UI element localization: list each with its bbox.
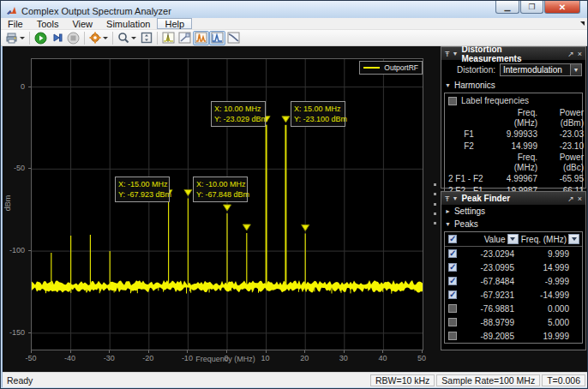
cursor-y-value: Y: -67.848 dBm [196, 189, 244, 200]
cursor-y-value: Y: -23.029 dBm [214, 114, 262, 124]
panel-splitter-handle[interactable] [432, 183, 437, 224]
data-cursor-minus10[interactable]: X: -10.00 MHz Y: -67.848 dBm [193, 177, 248, 202]
close-panel-icon[interactable]: × [578, 194, 582, 203]
distortion-type-select[interactable]: Intermodulation ▼ [500, 63, 582, 76]
step-forward-button[interactable] [49, 31, 65, 45]
peak-checkbox[interactable] [448, 304, 457, 313]
row-2f1f2-freq: 4.99967 [491, 173, 539, 185]
data-cursor-plus10[interactable]: X: 10.00 MHz Y: -23.029 dBm [211, 101, 266, 127]
label-frequencies-label: Label frequencies [461, 96, 529, 105]
title-bar[interactable]: Complex Output Spectrum Analyzer ▁ ❐ ✕ [1, 1, 587, 18]
fit-to-view-button[interactable] [138, 31, 154, 45]
close-panel-icon[interactable]: × [578, 50, 582, 58]
peak-checkbox[interactable] [448, 290, 457, 299]
peak-row: -76.98810.000 [445, 302, 582, 315]
x-tick-label: -30 [96, 354, 122, 362]
menu-tools[interactable]: Tools [30, 18, 66, 29]
x-tick-label: 10 [253, 354, 279, 362]
minimize-button[interactable]: ▁ [495, 1, 519, 14]
status-bar: Ready RBW=10 kHz Sample Rate=100 MHz T=0… [3, 372, 587, 387]
collapse-icon[interactable]: ▼ [453, 195, 459, 201]
export-button[interactable] [4, 31, 27, 45]
printer-icon [6, 33, 18, 44]
harmonics-box: Label frequencies Freq. (MHz) Power (dBm… [444, 93, 583, 200]
select-all-checkbox[interactable] [448, 235, 457, 243]
peak-finder-panel-header[interactable]: Ŧ ▼ Peak Finder ↗ × [441, 192, 585, 205]
peak-checkbox[interactable] [448, 249, 457, 258]
peak-freq: 5.000 [526, 318, 579, 327]
peaks-section-toggle[interactable]: ▼ Peaks [441, 218, 585, 230]
stop-button[interactable] [65, 31, 81, 45]
col-power-dbm: Power (dBm) [539, 107, 585, 129]
ccdf-measurements-button[interactable] [225, 31, 242, 45]
peak-finder-button[interactable] [209, 31, 225, 45]
matlab-app-icon [6, 6, 17, 16]
menu-help[interactable]: Help [157, 18, 192, 29]
row-f1-label: F1 [447, 129, 491, 141]
x-tick-label: 40 [369, 354, 395, 362]
x-tick-label: -50 [18, 354, 44, 362]
peak-freq: -9.999 [526, 277, 579, 286]
signal-statistics-button[interactable] [177, 31, 193, 45]
value-sort-button[interactable] [507, 234, 519, 244]
zoom-button[interactable] [116, 31, 138, 45]
freq-sort-button[interactable] [568, 234, 579, 244]
distortion-measurements-button[interactable] [193, 31, 209, 45]
peak-row: -89.208519.999 [445, 329, 582, 343]
peak-value: -89.2085 [457, 332, 526, 341]
maximize-button[interactable]: ❐ [520, 1, 543, 14]
peaks-section-label: Peaks [454, 219, 478, 229]
data-cursor-plus15[interactable]: X: 15.00 MHz Y: -23.100 dBm [291, 101, 345, 127]
peak-checkbox[interactable] [448, 277, 457, 285]
menu-simulation[interactable]: Simulation [99, 18, 157, 29]
pin-icon[interactable]: Ŧ [445, 194, 450, 203]
peaks-table-header: Value Freq. (MHz) [445, 232, 582, 247]
peak-checkbox[interactable] [448, 332, 457, 340]
row-2f1f2-label: 2 F1 - F2 [447, 173, 491, 185]
undock-icon[interactable]: ↗ [567, 50, 574, 58]
close-button[interactable]: ✕ [544, 1, 580, 14]
data-cursor-minus15[interactable]: X: -15.00 MHz Y: -67.923 dBm [115, 177, 170, 202]
cursor-measurements-button[interactable] [160, 31, 177, 45]
legend-label: OutportRF [384, 63, 418, 72]
section-collapse-icon: ▼ [445, 82, 451, 88]
undock-icon[interactable]: ↗ [567, 194, 574, 203]
cursor-x-value: X: 15.00 MHz [294, 104, 342, 114]
peak-checkbox[interactable] [448, 318, 457, 326]
collapse-icon[interactable]: ▼ [453, 51, 459, 57]
legend[interactable]: OutportRF [359, 61, 423, 75]
legend-line-sample [363, 67, 380, 69]
magnifier-icon [117, 32, 129, 44]
label-frequencies-checkbox[interactable] [448, 97, 457, 105]
menu-file[interactable]: File [1, 18, 30, 29]
peak-row: -67.8484-9.999 [445, 274, 582, 288]
combo-arrow-button[interactable]: ▼ [570, 64, 581, 75]
x-tick-label: -10 [174, 354, 200, 362]
settings-section-toggle[interactable]: ► Settings [441, 205, 585, 218]
peak-checkbox[interactable] [448, 263, 457, 272]
run-button[interactable] [33, 31, 49, 45]
pin-icon[interactable]: Ŧ [445, 50, 450, 58]
distortion-type-value: Intermodulation [501, 65, 570, 75]
x-tick-label: -20 [135, 354, 161, 362]
distortion-field-label: Distortion: [457, 65, 495, 75]
peak-row: -67.9231-14.999 [445, 288, 582, 302]
menu-view[interactable]: View [65, 18, 99, 29]
peak-row: -23.02949.999 [445, 247, 582, 260]
cursor-y-value: Y: -23.100 dBm [294, 114, 342, 124]
signal-statistics-icon [178, 32, 191, 44]
harmonics-section-toggle[interactable]: ▼ Harmonics [441, 79, 585, 92]
row-f2-freq: 14.999 [491, 141, 539, 153]
maximize-icon: ❐ [528, 4, 535, 9]
plot-area[interactable]: OutportRF X: -15.00 MHz Y: -67.923 dBm X… [31, 58, 423, 350]
row-2f1f2-power: -65.95 [539, 173, 585, 185]
x-tick-label: 50 [409, 354, 435, 362]
toolbar-separator [29, 32, 30, 45]
status-sample-rate: Sample Rate=100 MHz [436, 374, 540, 386]
configuration-button[interactable] [87, 31, 110, 45]
row-f1-power: -23.03 [539, 129, 585, 141]
row-f1-freq: 9.99933 [491, 129, 539, 141]
figure-area: dBm Frequency (MHz) -50-40-30-20-1001020… [3, 46, 587, 372]
cursor-measurements-icon [162, 32, 175, 44]
distortion-panel-header[interactable]: Ŧ ▼ Distortion Measurements ↗ × [441, 47, 585, 60]
